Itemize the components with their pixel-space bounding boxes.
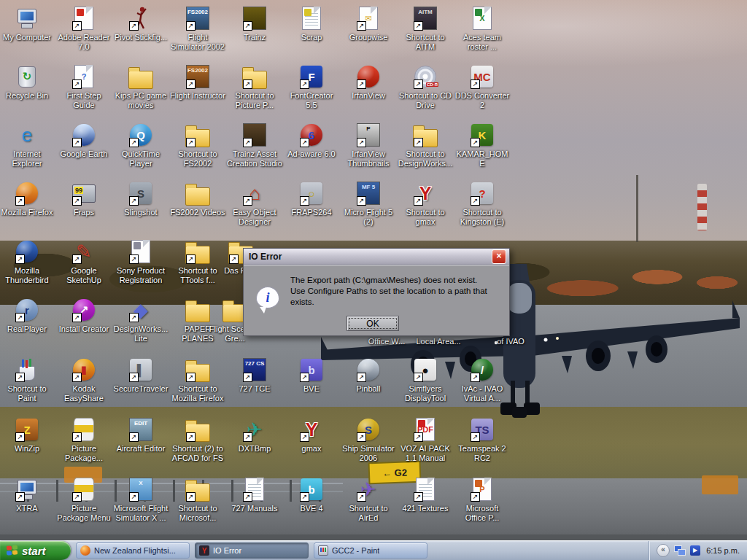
desktop-icon-fs2002-videos[interactable]: FS2002 Videos [169, 181, 226, 217]
desktop-icon-fontcreator[interactable]: F↗FontCreator 5.5 [283, 64, 340, 110]
start-button[interactable]: start [0, 541, 71, 560]
icon-label: Shortcut (2) to AFCAD for FS [169, 444, 226, 463]
desktop-icon-google-sketchup[interactable]: ✎↗Google SketchUp [55, 239, 112, 285]
desktop-icon-aircraft-editor[interactable]: EDIT↗Aircraft Editor [112, 417, 169, 454]
desktop-icon-first-step-guide[interactable]: ?↗First Step Guide [55, 64, 112, 110]
desktop-icon-flight-instructor[interactable]: FS2002↗Flight Instructor [169, 64, 226, 101]
desktop-icon-shortcut-to-designworks[interactable]: ↗Shortcut to DesignWorks... [397, 122, 454, 168]
desktop-icon-micro-flight-5[interactable]: MF 5↗Micro Flight 5 (2) [340, 181, 397, 227]
desktop-icon-shortcut-to-aired[interactable]: ✈↗Shortcut to AirEd [340, 477, 397, 523]
desktop-icon-shortcut-to-microsof[interactable]: ↗Shortcut to Microsof... [169, 477, 226, 523]
desktop-icon-trainz-asset-creation-studio[interactable]: ↗Trainz Asset Creation Studio [226, 122, 283, 168]
desktop-icon-flight-simulator-2002[interactable]: FS2002↗Flight Simulator 2002 [169, 6, 226, 52]
shortcut-arrow-icon: ↗ [186, 138, 196, 147]
desktop-icon-easy-object-designer[interactable]: ⌂↗Easy Object Designer [226, 181, 283, 227]
icon-label: Shortcut to DesignWorks... [397, 149, 454, 168]
desktop-icon-sony-product-registration[interactable]: ↗Sony Product Registration [112, 239, 169, 285]
desktop-icon-shortcut-to-fs2002[interactable]: ↗Shortcut to FS2002 [169, 122, 226, 168]
desktop-icon-xtra[interactable]: ↗XTRA [0, 477, 55, 513]
desktop-icon-scrap[interactable]: Scrap [283, 6, 340, 42]
desktop-icon-microsoft-office-p[interactable]: P↗Microsoft Office P... [454, 477, 511, 523]
icon-label: FRAPS264 [283, 208, 340, 217]
desktop-icon-irfanview[interactable]: ↗IrfanView [340, 64, 397, 101]
clock[interactable]: 6:15 p.m. [706, 546, 740, 555]
desktop-icon-install-creator[interactable]: ↗↗Install Creator [55, 298, 112, 334]
desktop-icon-dxtbmp[interactable]: ✈↗DXTBmp [226, 417, 283, 454]
desktop-icon-ship-simulator-2006[interactable]: S↗Ship Simulator 2006 [340, 417, 397, 463]
easy-object-designer-icon: ⌂↗ [242, 181, 267, 206]
close-icon[interactable]: × [492, 249, 506, 264]
desktop-icon-my-computer[interactable]: My Computer [0, 6, 55, 42]
desktop-icon-shortcut-to-cd-drive[interactable]: CD-R↗Shortcut to CD Drive [397, 64, 454, 110]
icon-label: Shortcut to FS2002 [169, 149, 226, 168]
desktop-icon-voz-ai-pack-manual[interactable]: PDF↗VOZ AI PACK 1.1 Manual [397, 417, 454, 463]
desktop-icon-bve[interactable]: b↗BVE [283, 357, 340, 394]
desktop-icon-recycle-bin[interactable]: ↻Recycle Bin [0, 64, 55, 101]
desktop-icon-shortcut-2-to-afcad[interactable]: ↗Shortcut (2) to AFCAD for FS [169, 417, 226, 463]
firefox-icon [80, 545, 90, 556]
desktop-icon-picture-package-menu[interactable]: ↗Picture Package Menu [55, 477, 112, 523]
desktop-icon-mozilla-thunderbird[interactable]: ↗Mozilla Thunderbird [0, 239, 55, 285]
desktop-icon-kodak-easyshare[interactable]: ▮↗Kodak EasyShare [55, 357, 112, 403]
shortcut-arrow-icon: ↗ [414, 492, 423, 502]
desktop-icon-gmax[interactable]: Y↗gmax [283, 417, 340, 454]
727-manuals-icon: ↗ [242, 477, 267, 502]
desktop-icon-google-earth[interactable]: ↗Google Earth [55, 122, 112, 159]
icon-label: Flight Instructor [169, 91, 226, 101]
desktop-icon-trainz[interactable]: ↗Trainz [226, 6, 283, 42]
desktop-icon-microsoft-flight-simulator-x[interactable]: X↗Microsoft Flight Simulator X ... [112, 477, 169, 523]
desktop-icon-shortcut-to-aitm[interactable]: AITM↗Shortcut to AITM [397, 6, 454, 52]
task-button-new-zealand-flightsi[interactable]: New Zealand Flightsi... [76, 542, 190, 559]
desktop-icon-dds-converter[interactable]: MC↗DDS Converter 2 [454, 64, 511, 110]
media-player-icon[interactable]: ▶ [690, 545, 700, 556]
desktop-icon-727-tce[interactable]: 727 CS↗727 TCE [226, 357, 283, 394]
shortcut-arrow-icon: ↗ [300, 432, 309, 442]
dxtbmp-icon: ✈↗ [242, 417, 267, 442]
network-icon[interactable] [674, 545, 686, 556]
desktop-icon-kamar-home[interactable]: K↗KAMAR_HOME [454, 122, 511, 168]
desktop-icon-bve-4[interactable]: b↗BVE 4 [283, 477, 340, 513]
desktop-icon-groupwise[interactable]: ✉↗Groupwise [340, 6, 397, 42]
collapse-chevron-icon[interactable]: « [657, 544, 670, 557]
desktop-icon-shortcut-to-picture-p[interactable]: ↗Shortcut to Picture P... [226, 64, 283, 110]
desktop-icon-shortcut-to-paint[interactable]: ↗Shortcut to Paint [0, 357, 55, 403]
421-textures-icon: ↗ [413, 477, 438, 502]
desktop-icon-shortcut-to-kingston[interactable]: ?↗Shortcut to Kingston (E) [454, 181, 511, 227]
desktop-icon-421-textures[interactable]: ↗421 Textures [397, 477, 454, 513]
desktop-icon-fraps264[interactable]: ○↗FRAPS264 [283, 181, 340, 217]
desktop-icon-securetraveler[interactable]: ▌↗SecureTraveler [112, 357, 169, 394]
icon-label: BVE 4 [283, 504, 340, 513]
desktop-icon-ad-aware[interactable]: 6↗Ad-aware 6.0 [283, 122, 340, 159]
desktop-icon-mozilla-firefox[interactable]: ↗Mozilla Firefox [0, 181, 55, 217]
desktop-icon-designworks-lite[interactable]: ◆↗DesignWorks... Lite [112, 298, 169, 343]
desktop-icon-irfanview-thumbnails[interactable]: P↗IrfanView Thumbnails [340, 122, 397, 168]
desktop-icon-ivac-ivao[interactable]: /↗IvAc - IVAO Virtual A... [454, 357, 511, 403]
install-creator-icon: ↗↗ [71, 298, 96, 322]
desktop-icon-picture-package[interactable]: ↗Picture Package... [55, 417, 112, 463]
desktop-icon-shortcut-to-gmax[interactable]: Y↗Shortcut to gmax [397, 181, 454, 227]
realplayer-icon: r↗ [15, 298, 39, 322]
task-button-gcc2-paint[interactable]: GCC2 - Paint [314, 542, 427, 559]
desktop-icon-winzip[interactable]: Z↗WinZip [0, 417, 55, 454]
desktop-icon-pinball[interactable]: ↗Pinball [340, 357, 397, 394]
task-button-io-error[interactable]: YIO Error [195, 542, 309, 559]
desktop-icon-aces-team-roster[interactable]: XAces team roster ... [454, 6, 511, 52]
desktop-icon-teamspeak-2[interactable]: TS↗Teamspeak 2 RC2 [454, 417, 511, 463]
desktop-icon-quicktime-player[interactable]: Q↗QuickTime Player [112, 122, 169, 168]
desktop-icon-fraps[interactable]: 99↗Fraps [55, 181, 112, 217]
desktop-icon-kips-pc-game-movies[interactable]: Kips PC game movies [112, 64, 169, 110]
desktop-icon-realplayer[interactable]: r↗RealPlayer [0, 298, 55, 334]
desktop-icon-shortcut-to-mozilla-firefox[interactable]: ↗Shortcut to Mozilla Firefox [169, 357, 226, 403]
icon-label: Micro Flight 5 (2) [340, 208, 397, 227]
desktop-icon-simflyers-displaytool[interactable]: ●↗Simflyers DisplayTool [397, 357, 454, 403]
desktop-icon-727-manuals[interactable]: ↗727 Manuals [226, 477, 283, 513]
shortcut-to-mozilla-firefox-icon: ↗ [185, 357, 210, 382]
ok-button[interactable]: OK [347, 316, 399, 331]
desktop-icon-pivot-stickfigure[interactable]: ↗Pivot Stickfig... [112, 6, 169, 42]
adobe-reader-icon: ↗ [71, 6, 96, 31]
desktop-icon-internet-explorer[interactable]: eInternet Explorer [0, 122, 55, 168]
desktop-icon-slingshot[interactable]: S↗Slingshot [112, 181, 169, 217]
desktop-icon-adobe-reader[interactable]: ↗Adobe Reader 7.0 [55, 6, 112, 52]
dialog-titlebar[interactable]: IO Error × [244, 249, 509, 265]
kamar-home-icon: K↗ [470, 122, 495, 147]
